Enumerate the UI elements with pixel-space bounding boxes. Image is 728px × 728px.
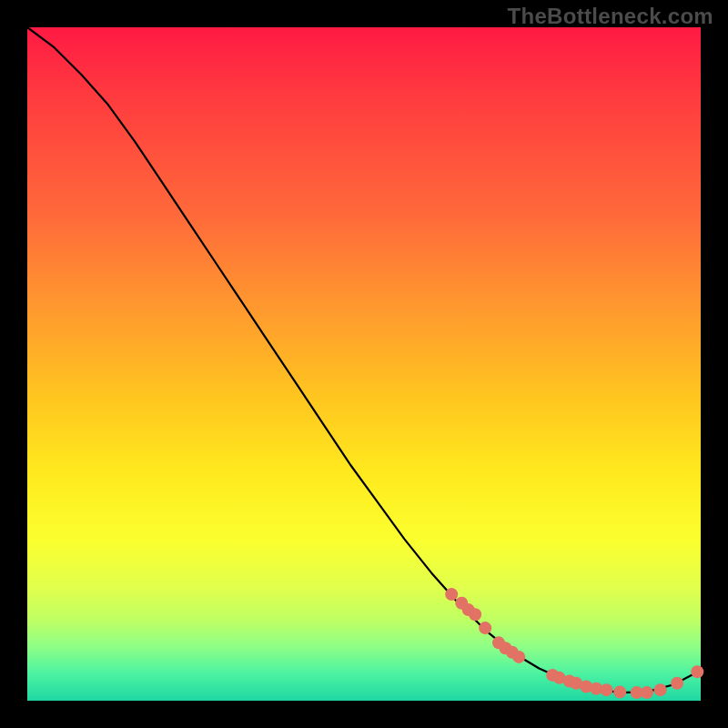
highlighted-dot bbox=[671, 677, 683, 690]
highlighted-dot bbox=[479, 622, 491, 634]
highlighted-dot bbox=[691, 665, 703, 678]
chart-overlay-svg bbox=[27, 27, 701, 701]
watermark-text: TheBottleneck.com bbox=[508, 4, 713, 29]
bottleneck-curve bbox=[27, 27, 701, 693]
highlighted-dot bbox=[512, 651, 525, 663]
highlighted-dot bbox=[445, 588, 458, 601]
highlighted-dot bbox=[600, 683, 612, 696]
highlighted-dot bbox=[469, 608, 481, 621]
chart-frame: TheBottleneck.com bbox=[0, 0, 728, 728]
highlighted-dot bbox=[641, 686, 653, 699]
highlighted-dots-group bbox=[445, 588, 703, 699]
highlighted-dot bbox=[654, 683, 667, 696]
highlighted-dot bbox=[613, 685, 626, 698]
